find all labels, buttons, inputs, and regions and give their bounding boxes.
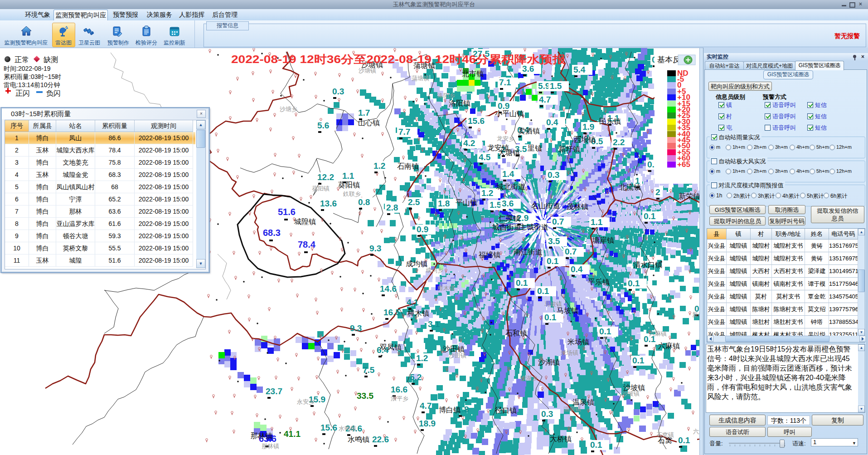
svg-text:1.9: 1.9 [582,122,594,132]
svg-text:0.9: 0.9 [498,101,509,111]
svg-text:5.9: 5.9 [538,81,550,91]
svg-text:0.4: 0.4 [571,264,583,274]
svg-text:新圩镇: 新圩镇 [558,145,580,153]
svg-text:米场镇: 米场镇 [567,338,589,346]
svg-text:15.6: 15.6 [468,116,485,126]
svg-text:7.1: 7.1 [499,78,511,87]
svg-text:南江街道: 南江街道 [514,248,543,256]
svg-text:博白镇: 博白镇 [439,406,461,414]
svg-text:径口镇: 径口镇 [495,406,517,414]
svg-text:民乐镇: 民乐镇 [599,117,621,125]
svg-text:洛阳镇: 洛阳镇 [449,99,470,107]
svg-text:新荣镇: 新荣镇 [679,192,700,200]
svg-text:0.8: 0.8 [358,197,370,207]
svg-text:永安乡: 永安乡 [297,398,315,405]
svg-text:2.8: 2.8 [386,203,398,212]
svg-text:5.2: 5.2 [410,372,422,382]
svg-text:北流镇: 北流镇 [619,183,641,191]
svg-text:城隍镇: 城隍镇 [294,218,316,225]
svg-text:12.2: 12.2 [317,172,334,182]
svg-text:六麻镇: 六麻镇 [649,330,667,337]
svg-text:5.4: 5.4 [573,65,586,74]
svg-text:33.5: 33.5 [357,391,373,401]
svg-text:78.4: 78.4 [298,240,316,250]
svg-text:仁厚镇: 仁厚镇 [498,215,520,222]
svg-text:9.3: 9.3 [350,323,362,333]
svg-text:0.3: 0.3 [541,409,553,419]
svg-text:鉄联乡: 鉄联乡 [343,191,361,197]
svg-text:0.1: 0.1 [537,286,549,296]
svg-text:4.7: 4.7 [420,401,432,411]
svg-text:7.5: 7.5 [363,365,375,375]
svg-text:石窝镇: 石窝镇 [656,431,674,438]
svg-text:成均镇: 成均镇 [406,260,427,268]
svg-text:0.9: 0.9 [417,225,428,234]
svg-text:3.1: 3.1 [428,319,440,329]
svg-text:西埌镇: 西埌镇 [574,136,596,143]
svg-text:葵阳镇: 葵阳镇 [338,181,360,189]
svg-text:5.6: 5.6 [317,121,329,130]
svg-text:水鸣镇: 水鸣镇 [348,435,369,443]
svg-text:0.1: 0.1 [644,211,656,221]
svg-text:0.1: 0.1 [544,313,557,322]
svg-text:蒲塘镇: 蒲塘镇 [412,75,429,82]
svg-text:0.1: 0.1 [628,279,640,288]
svg-text:0.3: 0.3 [332,87,344,96]
svg-text:山心镇: 山心镇 [358,119,380,127]
svg-text:0.1: 0.1 [599,327,611,336]
svg-text:樟木镇: 樟木镇 [407,309,429,317]
svg-text:3.6: 3.6 [522,64,534,73]
svg-text:41.1: 41.1 [284,429,301,439]
svg-text:沙湖镇: 沙湖镇 [538,358,560,366]
svg-text:葵阳镇: 葵阳镇 [312,185,330,192]
svg-text:沙塘镇: 沙塘镇 [359,67,376,74]
svg-text:1.7: 1.7 [358,108,370,117]
svg-text:卖酒镇: 卖酒镇 [518,127,540,135]
svg-text:2022-08-19 12时36分至2022-08-19 1: 2022-08-19 12时36分至2022-08-19 12时46分累积降水预… [231,53,566,65]
svg-text:龙安乡: 龙安乡 [497,135,514,142]
svg-text:4.2: 4.2 [463,138,475,148]
svg-text:浪平乡: 浪平乡 [391,395,408,402]
svg-text:16.5: 16.5 [383,308,400,317]
svg-text:1.2: 1.2 [481,188,493,198]
svg-text:那林镇: 那林镇 [251,432,272,440]
svg-text:大塘镇: 大塘镇 [498,149,520,157]
svg-text:51.6: 51.6 [278,207,296,217]
svg-text:3.6: 3.6 [502,199,514,208]
svg-text:2: 2 [655,187,660,197]
svg-text:米场镇: 米场镇 [561,349,578,356]
svg-text:14.6: 14.6 [380,284,397,294]
svg-text:沙坡镇: 沙坡镇 [622,390,640,397]
svg-text:那林镇: 那林镇 [262,443,279,450]
svg-text:4.7: 4.7 [539,95,551,104]
svg-text:沙塘乡: 沙塘乡 [280,106,297,113]
svg-text:小平山镇: 小平山镇 [495,110,524,117]
svg-text:石南镇: 石南镇 [397,162,419,170]
svg-text:0.3: 0.3 [548,170,559,180]
svg-text:9.3: 9.3 [369,244,381,253]
svg-text:+65: +65 [677,160,690,169]
svg-text:六麻镇: 六麻镇 [658,342,680,350]
svg-text:1.4: 1.4 [502,169,514,179]
svg-text:福绵镇: 福绵镇 [479,251,500,259]
svg-text:4.5: 4.5 [479,152,491,162]
svg-text:0.1: 0.1 [516,278,528,288]
svg-text:水鸣镇: 水鸣镇 [339,425,356,432]
svg-text:双凤镇: 双凤镇 [380,343,402,351]
svg-text:北市镇: 北市镇 [462,70,484,78]
svg-text:1.1: 1.1 [591,217,603,227]
svg-text:马坡镇: 马坡镇 [544,301,562,308]
svg-text:23.7: 23.7 [266,387,282,396]
svg-text:1.1: 1.1 [342,171,354,181]
svg-text:石和镇: 石和镇 [505,329,527,337]
svg-text:塘岸镇: 塘岸镇 [592,236,614,244]
svg-text:4.1: 4.1 [407,298,419,307]
svg-text:1.8: 1.8 [438,199,450,208]
svg-text:温泉镇: 温泉镇 [572,398,594,406]
svg-text:1.2: 1.2 [373,161,385,171]
svg-text:主城街道: 主城街道 [519,223,548,231]
svg-text:洛阳乡: 洛阳乡 [437,92,455,99]
svg-text:1.5: 1.5 [550,81,562,91]
svg-text:68.3: 68.3 [263,228,281,238]
svg-text:平山镇: 平山镇 [456,199,477,206]
